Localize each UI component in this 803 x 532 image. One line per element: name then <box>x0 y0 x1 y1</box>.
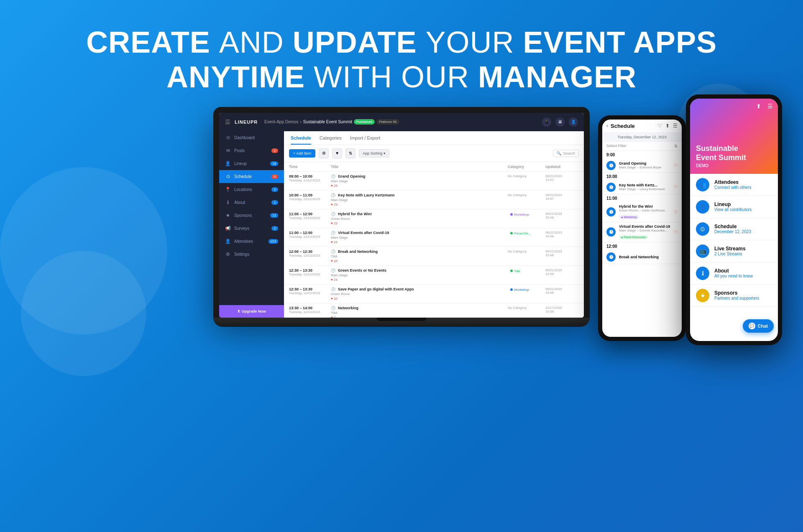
headline-your: YOUR <box>425 25 523 59</box>
search-icon: 🔍 <box>557 151 561 155</box>
table-row[interactable]: 10:00 – 11:00 Tuesday, 12/12/2023 🕐 Key … <box>284 191 584 209</box>
tab-schedule[interactable]: Schedule <box>291 135 311 145</box>
event-updated: 06/21/202315:48 <box>545 231 579 238</box>
chat-button[interactable]: Chat <box>743 319 774 333</box>
sponsors-icon: ★ <box>225 213 231 218</box>
event-room: TBA <box>331 311 508 315</box>
phone-menu-device: ⬆ ☰ SustainableEvent Summit DEMO 👥 Atten… <box>686 94 782 345</box>
breadcrumb-separator: › <box>300 120 301 124</box>
sidebar-label-lineup: Lineup <box>234 161 247 166</box>
phone-event-sub: Main Stage – Laury Kertzmann <box>619 187 670 191</box>
attendees-badge: 223 <box>269 239 278 244</box>
phone-event[interactable]: 🕐 Break and Networking <box>602 250 682 264</box>
heart-icon[interactable]: ♡ <box>657 123 662 129</box>
settings-toolbar-icon[interactable]: ⚙ <box>319 148 329 158</box>
sidebar-item-about[interactable]: ℹ About 1 <box>219 196 284 209</box>
event-title: 🕐 Networking <box>331 306 508 310</box>
event-category: No Category <box>508 249 545 253</box>
phone2-menu-lineup[interactable]: 👤 Lineup View all contributors <box>690 196 778 218</box>
back-arrow-icon[interactable]: ‹ <box>606 123 608 129</box>
filter-icon[interactable]: ▼ <box>332 148 342 158</box>
chat-bubble-icon <box>749 323 755 329</box>
tab-categories[interactable]: Categories <box>320 135 342 145</box>
event-date: Tuesday, 12/12/2023 <box>289 310 331 314</box>
event-time: 12:30 – 13:30 <box>289 268 331 272</box>
sidebar-item-attendees[interactable]: 👤 Attendees 223 <box>219 235 284 248</box>
phone-heart-icon[interactable]: ♡ <box>674 230 678 234</box>
table-row[interactable]: 12:30 – 13:30 Tuesday, 12/12/2023 🕐 Save… <box>284 285 584 303</box>
table-row[interactable]: 13:30 – 14:00 Tuesday, 12/12/2023 🕐 Netw… <box>284 303 584 318</box>
locations-icon: 📍 <box>225 187 231 192</box>
sponsors-menu-text: Sponsors Partners and supporters <box>714 290 759 300</box>
event-likes: ♥ 29 <box>331 203 508 206</box>
upgrade-button[interactable]: ⬆ Upgrade Now <box>219 305 284 318</box>
table-row[interactable]: 11:00 – 12:00 Tuesday, 12/12/2023 🕐 Hybr… <box>284 209 584 228</box>
sidebar-item-sponsors[interactable]: ★ Sponsors 12 <box>219 209 284 222</box>
sidebar-item-surveys[interactable]: 📢 Surveys 2 <box>219 222 284 235</box>
table-row[interactable]: 11:00 – 12:00 Tuesday, 12/12/2023 🕐 Virt… <box>284 228 584 247</box>
menu-icon[interactable]: ☰ <box>673 123 678 129</box>
phone-time-label: 12:00 <box>602 242 682 250</box>
phone2-menu-sponsors[interactable]: ★ Sponsors Partners and supporters <box>690 285 778 307</box>
sidebar-item-dashboard[interactable]: ⊙ Dashboard <box>219 131 284 144</box>
event-updated: 06/21/202315:48 <box>545 249 579 257</box>
app-sorting-button[interactable]: App Sorting ▾ <box>359 149 389 158</box>
sidebar-item-locations[interactable]: 📍 Locations 2 <box>219 183 284 196</box>
sponsors-title: Sponsors <box>714 290 759 296</box>
app-layout: ⊙ Dashboard ✉ Posts 1 👤 Lineup 18 <box>219 131 584 318</box>
headline-event-apps: EVENT APPS <box>523 25 716 59</box>
event-category: No Category <box>508 193 545 197</box>
event-room: TBA <box>331 255 508 258</box>
phone-heart-icon[interactable]: ♡ <box>674 163 678 168</box>
menu-icon[interactable]: ☰ <box>767 103 773 109</box>
sidebar-item-schedule[interactable]: ⊙ Schedule 9 <box>219 170 284 183</box>
event-title: 🕐 Key Note with Laury Kertzmann <box>331 193 508 197</box>
col-title: Title <box>331 165 508 169</box>
headline-manager: MANAGER <box>478 60 637 94</box>
sort-icon[interactable]: ⇅ <box>345 148 355 158</box>
settings-icon: ⚙ <box>225 252 231 257</box>
sidebar-item-lineup[interactable]: 👤 Lineup 18 <box>219 157 284 170</box>
phone-event[interactable]: 🕐 Virtual Events after Covid-19 Main Sta… <box>602 222 682 242</box>
phone-heart-icon[interactable]: ♡ <box>674 185 678 189</box>
event-room: Main Stage <box>331 179 508 183</box>
desktop-preview-icon[interactable]: 🖥 <box>555 117 565 127</box>
phone2-menu-schedule[interactable]: ⊙ Schedule December 12, 2023 <box>690 218 778 240</box>
share-icon[interactable]: ⬆ <box>756 103 761 109</box>
phone2-menu-about[interactable]: ℹ About All you need to know <box>690 262 778 285</box>
event-likes: ♥ 16 <box>331 259 508 263</box>
laptop-screen: ☰ LINEUPR Event-App Demos › Sustainable … <box>219 113 584 318</box>
sidebar-item-settings[interactable]: ⚙ Settings <box>219 248 284 261</box>
dashboard-icon: ⊙ <box>225 135 231 140</box>
sidebar-item-posts[interactable]: ✉ Posts 1 <box>219 144 284 157</box>
app-sorting-label: App Sorting ▾ <box>363 151 386 155</box>
tabs: Schedule Categories Import / Export <box>291 135 577 145</box>
phone2-menu: 👥 Attendees Connect with others 👤 Lineup… <box>690 174 778 307</box>
phone-event[interactable]: 🕐 Grand Opening Main Stage – Edmond Boyl… <box>602 159 682 173</box>
phone-event-info: Grand Opening Main Stage – Edmond Boyle <box>619 161 670 169</box>
category-dot <box>510 213 513 216</box>
phone2-menu-livestreams[interactable]: 📺 Live Streams 2 Live Streams <box>690 240 778 262</box>
table-row[interactable]: 09:00 – 10:00 Tuesday, 12/12/2023 🕐 Gran… <box>284 172 584 191</box>
category-dot <box>510 288 513 291</box>
share-icon[interactable]: ⬆ <box>665 123 670 129</box>
phone-heart-icon[interactable]: ♡ <box>674 210 678 214</box>
table-row[interactable]: 12:00 – 12:30 Tuesday, 12/12/2023 🕐 Brea… <box>284 247 584 266</box>
event-time: 12:30 – 13:30 <box>289 287 331 291</box>
phone2-menu-attendees[interactable]: 👥 Attendees Connect with others <box>690 174 778 196</box>
hamburger-icon[interactable]: ☰ <box>225 119 230 125</box>
hero-title: SustainableEvent Summit <box>696 144 746 162</box>
add-item-button[interactable]: + Add Item <box>289 149 315 158</box>
phone-event[interactable]: 🕐 Hybrid for the Win! Green Room – Darin… <box>602 202 682 222</box>
search-box[interactable]: 🔍 Search <box>553 150 579 157</box>
mobile-preview-icon[interactable]: 📱 <box>542 117 551 127</box>
table-row[interactable]: 12:30 – 13:30 Tuesday, 12/12/2023 🕐 Gree… <box>284 266 584 285</box>
event-date: Tuesday, 12/12/2023 <box>289 197 331 201</box>
account-icon[interactable]: 👤 <box>569 117 578 127</box>
phone-event[interactable]: 🕐 Key Note with Kertz... Main Stage – La… <box>602 181 682 194</box>
clock-icon: 🕐 <box>331 193 335 197</box>
tab-import-export[interactable]: Import / Export <box>350 135 380 145</box>
sidebar-label-dashboard: Dashboard <box>234 135 255 140</box>
sidebar-label-locations: Locations <box>234 187 252 192</box>
filter-toggle-icon[interactable]: ⇅ <box>674 144 678 148</box>
